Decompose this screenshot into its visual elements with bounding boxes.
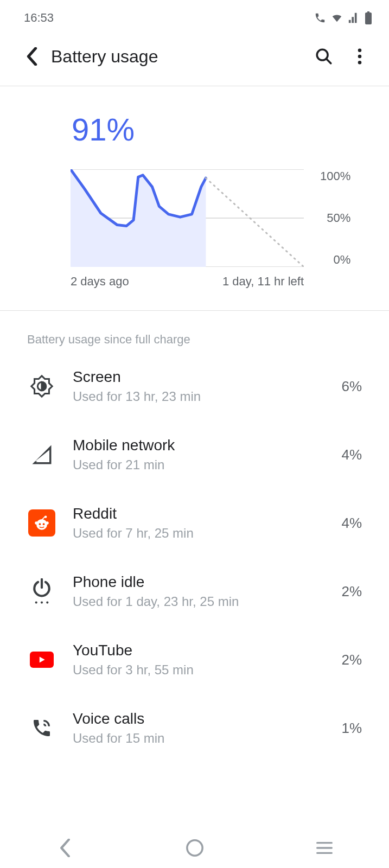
item-pct: 1% [341,720,362,737]
power-icon [27,577,56,606]
chart-x-axis: 2 days ago 1 day, 11 hr left [71,275,304,289]
item-sub: Used for 7 hr, 25 min [73,526,341,541]
nav-recent-button[interactable] [308,832,341,864]
app-bar: Battery usage [0,31,389,86]
svg-point-19 [46,602,48,604]
svg-point-4 [358,61,362,65]
ytick-0: 0% [320,253,350,267]
cell-icon [27,440,56,469]
navigation-bar [0,828,389,868]
list-item[interactable]: YouTube Used for 3 hr, 55 min 2% [27,626,362,694]
chart-svg [71,169,304,267]
item-sub: Used for 1 day, 23 hr, 25 min [73,594,341,609]
item-sub: Used for 13 hr, 23 min [73,389,341,404]
list-item[interactable]: Screen Used for 13 hr, 23 min 6% [27,352,362,420]
item-name: Mobile network [73,437,341,454]
svg-point-18 [41,602,43,604]
youtube-icon [27,645,56,674]
chevron-left-icon [59,839,71,857]
svg-point-10 [36,519,47,530]
x-start-label: 2 days ago [71,275,129,289]
chart-y-ticks: 100% 50% 0% [320,169,350,267]
ytick-100: 100% [320,169,350,183]
nav-home-button[interactable] [178,832,211,864]
item-sub: Used for 21 min [73,457,341,473]
item-sub: Used for 15 min [73,731,341,746]
menu-icon [316,841,333,855]
signal-icon [348,12,360,24]
svg-point-2 [358,49,362,53]
item-name: Reddit [73,505,341,522]
battery-icon [364,11,373,24]
battery-level: 91% [72,111,389,148]
usage-list: Screen Used for 13 hr, 23 min 6% Mobile … [0,352,389,762]
item-pct: 4% [341,515,362,532]
item-pct: 2% [341,583,362,600]
item-name: Phone idle [73,573,341,591]
item-pct: 4% [341,446,362,463]
svg-line-1 [326,59,331,63]
item-pct: 6% [341,378,362,395]
reddit-icon [27,508,56,538]
chart-area: 2 days ago 1 day, 11 hr left [0,169,304,289]
svg-point-3 [358,55,362,59]
chevron-left-icon [27,47,37,66]
item-name: Screen [73,368,341,386]
item-name: YouTube [73,642,341,659]
list-item[interactable]: Voice calls Used for 15 min 1% [27,694,362,762]
brightness-icon [27,372,56,401]
item-sub: Used for 3 hr, 55 min [73,662,341,678]
nav-back-button[interactable] [49,832,81,864]
list-item[interactable]: Reddit Used for 7 hr, 25 min 4% [27,489,362,557]
search-button[interactable] [311,43,337,69]
svg-marker-20 [40,656,45,662]
svg-point-14 [39,523,41,525]
ytick-50: 50% [320,211,350,225]
status-bar: 16:53 [0,0,389,31]
battery-chart-section: 91% 2 days ago 1 day, 11 hr left 100% 50… [0,86,389,310]
phone-icon [27,713,56,743]
search-icon [315,47,333,66]
back-button[interactable] [24,44,40,68]
battery-chart [71,169,304,267]
more-vert-icon [358,48,362,65]
chart-wrap: 2 days ago 1 day, 11 hr left 100% 50% 0% [0,169,389,289]
svg-point-15 [43,523,45,525]
list-item[interactable]: Mobile network Used for 21 min 4% [27,420,362,489]
svg-point-11 [35,521,38,525]
svg-point-17 [35,602,37,604]
svg-point-21 [187,840,202,856]
list-item[interactable]: Phone idle Used for 1 day, 23 hr, 25 min… [27,557,362,626]
circle-icon [186,839,204,857]
svg-point-12 [46,521,49,525]
call-wifi-icon [314,12,326,24]
page-title: Battery usage [51,47,301,67]
item-name: Voice calls [73,710,341,727]
status-icons [314,11,373,24]
wifi-icon [330,12,343,24]
section-label: Battery usage since full charge [0,311,389,352]
x-end-label: 1 day, 11 hr left [222,275,304,289]
item-pct: 2% [341,652,362,668]
more-button[interactable] [347,43,373,69]
status-time: 16:53 [24,11,54,25]
